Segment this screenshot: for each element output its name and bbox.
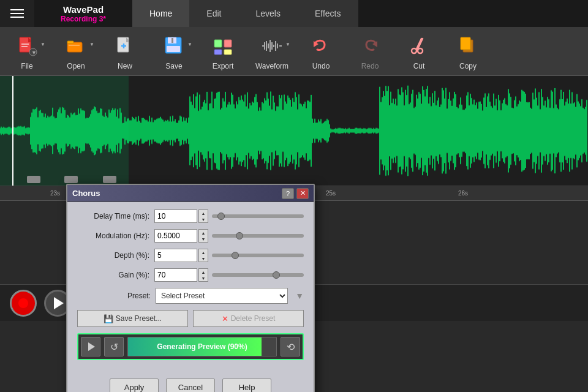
file-button[interactable]: ▼ File ▼ [2, 28, 51, 75]
delay-time-up[interactable]: ▲ [199, 210, 208, 216]
copy-button[interactable]: Copy [443, 28, 492, 75]
depth-up[interactable]: ▲ [199, 249, 208, 255]
modulation-down[interactable]: ▼ [199, 236, 208, 242]
export-label: Export [213, 62, 234, 70]
svg-rect-7 [67, 41, 74, 43]
playhead [12, 76, 13, 186]
cut-button[interactable]: Cut [394, 28, 443, 75]
new-icon [111, 32, 138, 59]
help-button[interactable]: Help [222, 379, 271, 392]
delay-time-slider[interactable] [212, 214, 304, 218]
save-icon [160, 32, 187, 59]
svg-text:▼: ▼ [31, 50, 37, 56]
hamburger-menu[interactable] [0, 0, 34, 27]
marker-right[interactable] [103, 176, 116, 183]
export-icon [209, 32, 236, 59]
file-icon: ▼ [13, 32, 40, 59]
preset-buttons: 💾 Save Preset... ✕ Delete Preset [77, 310, 304, 327]
modulation-slider[interactable] [212, 234, 304, 238]
svg-rect-15 [172, 38, 173, 43]
gain-input[interactable] [154, 268, 197, 282]
delete-preset-button[interactable]: ✕ Delete Preset [193, 310, 304, 327]
svg-rect-17 [214, 40, 222, 47]
chorus-dialog: Chorus ? ✕ Delay Time (ms): ▲ ▼ [66, 184, 315, 392]
tab-effects[interactable]: Effects [298, 0, 358, 27]
waveform-track[interactable] [0, 76, 588, 186]
app-title: WavePad Recording 3* [34, 0, 132, 27]
gain-slider[interactable] [212, 273, 304, 277]
preview-progress-text: Generating Preview (90%) [157, 342, 247, 351]
file-label: File [21, 62, 32, 70]
cut-label: Cut [413, 62, 425, 70]
gain-row: Gain (%): ▲ ▼ [77, 268, 304, 282]
depth-down[interactable]: ▼ [199, 255, 208, 262]
svg-rect-20 [224, 50, 232, 55]
gain-label: Gain (%): [77, 271, 149, 279]
cancel-button[interactable]: Cancel [166, 379, 215, 392]
dialog-help-btn[interactable]: ? [282, 188, 294, 199]
preset-dropdown-icon[interactable]: ▼ [295, 291, 304, 301]
depth-input[interactable] [154, 249, 197, 262]
new-label: New [118, 62, 132, 70]
open-label: Open [67, 62, 85, 70]
svg-rect-3 [21, 46, 28, 47]
delay-time-input[interactable] [154, 209, 197, 223]
svg-rect-38 [461, 37, 470, 50]
top-nav: WavePad Recording 3* Home Edit Levels Ef… [0, 0, 588, 27]
record-button[interactable] [10, 290, 37, 317]
svg-rect-16 [167, 46, 180, 52]
open-button[interactable]: Open ▼ [51, 28, 100, 75]
redo-button[interactable]: Redo [345, 28, 394, 75]
modulation-input[interactable] [154, 229, 197, 243]
record-dot [18, 298, 28, 308]
app-name: WavePad [63, 4, 104, 15]
save-preset-button[interactable]: 💾 Save Preset... [77, 310, 188, 327]
tab-edit[interactable]: Edit [189, 0, 238, 27]
dialog-title: Chorus [72, 189, 100, 198]
ruler-mark-26: 26s [458, 190, 468, 197]
svg-rect-2 [21, 43, 29, 45]
dialog-body: Delay Time (ms): ▲ ▼ Modulation (Hz): [67, 202, 314, 374]
export-button[interactable]: Export [198, 28, 247, 75]
ruler-mark-25: 25s [326, 190, 336, 197]
copy-icon [454, 32, 481, 59]
apply-button[interactable]: Apply [110, 379, 159, 392]
preset-select[interactable]: Select Preset [156, 288, 288, 304]
gain-up[interactable]: ▲ [199, 269, 208, 275]
new-button[interactable]: New [100, 28, 149, 75]
delay-time-label: Delay Time (ms): [77, 212, 149, 221]
dialog-titlebar: Chorus ? ✕ [67, 185, 314, 202]
undo-button[interactable]: Undo [296, 28, 345, 75]
toolbar: ▼ File ▼ Open ▼ New [0, 27, 588, 76]
modulation-up[interactable]: ▲ [199, 230, 208, 236]
depth-row: Depth (%): ▲ ▼ [77, 249, 304, 262]
dialog-footer: Apply Cancel Help [67, 374, 314, 392]
undo-label: Undo [312, 62, 330, 70]
preset-row: Preset: Select Preset ▼ [77, 288, 304, 304]
delay-time-row: Delay Time (ms): ▲ ▼ [77, 209, 304, 223]
marker-left[interactable] [27, 176, 40, 183]
preview-play-button[interactable] [81, 337, 100, 356]
copy-label: Copy [459, 62, 477, 70]
preview-bar: ↺ Generating Preview (90%) ⟲ [77, 333, 304, 360]
ruler-mark-23: 23s [50, 190, 60, 197]
preview-reset-button[interactable]: ⟲ [281, 337, 300, 356]
gain-down[interactable]: ▼ [199, 275, 208, 281]
svg-rect-8 [69, 45, 80, 46]
delay-time-down[interactable]: ▼ [199, 216, 208, 222]
marker-mid[interactable] [64, 176, 78, 183]
redo-label: Redo [361, 62, 379, 70]
waveform-label: Waveform [255, 62, 288, 70]
redo-icon [356, 32, 383, 59]
dialog-close-btn[interactable]: ✕ [296, 188, 309, 199]
preview-loop-button[interactable]: ↺ [104, 337, 124, 356]
preset-label: Preset: [77, 292, 151, 300]
depth-slider[interactable] [212, 254, 304, 257]
tab-home[interactable]: Home [132, 0, 189, 27]
waveform-icon [258, 32, 285, 59]
tab-levels[interactable]: Levels [238, 0, 297, 27]
modulation-label: Modulation (Hz): [77, 232, 149, 240]
save-button[interactable]: Save ▼ [149, 28, 198, 75]
nav-tabs: Home Edit Levels Effects [132, 0, 588, 27]
waveform-button[interactable]: Waveform ▼ [247, 28, 296, 75]
